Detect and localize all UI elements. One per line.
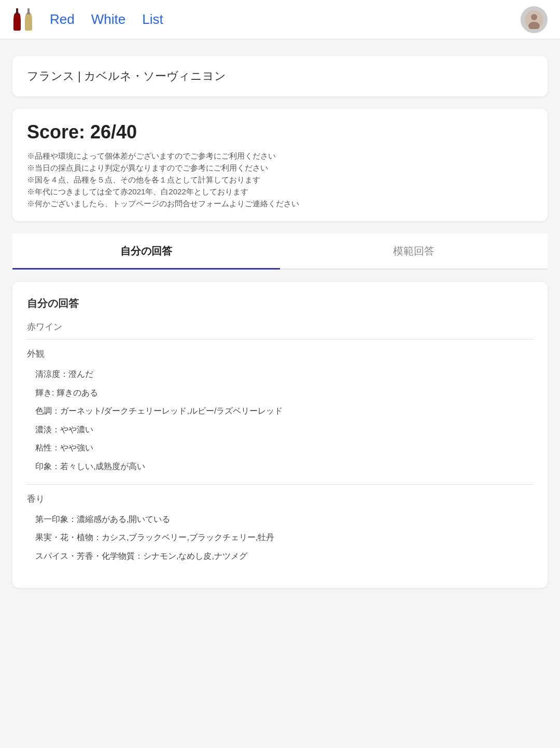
detail-inshou: 印象：若々しい,成熟度が高い (27, 457, 533, 476)
avatar[interactable] (521, 6, 548, 33)
score-note-0: ※品種や環境によって個体差がございますのでご参考にご利用ください (27, 151, 533, 161)
tabs: 自分の回答 模範回答 (12, 234, 548, 270)
nav-red[interactable]: Red (50, 11, 75, 27)
score-note-4: ※何かございましたら、トップページのお問合せフォームよりご連絡ください (27, 199, 533, 209)
answer-section-title: 自分の回答 (27, 297, 533, 311)
score-note-1: ※当日の採点員により判定が異なりますのでご参考にご利用ください (27, 163, 533, 173)
svg-rect-3 (27, 12, 30, 15)
wine-label-text: フランス | カベルネ・ソーヴィニヨン (27, 68, 533, 84)
logo (12, 8, 33, 31)
detail-kaori-fruit: 果実・花・植物：カシス,ブラックベリー,ブラックチェリー,牡丹 (27, 528, 533, 547)
main-content: フランス | カベルネ・ソーヴィニヨン Score: 26/40 ※品種や環境に… (0, 39, 560, 604)
category-gaikan: 外観 清涼度：澄んだ 輝き: 輝きのある 色調：ガーネット/ダークチェリーレッド… (27, 348, 533, 476)
divider-gaikan (27, 339, 533, 340)
tab-my-answer[interactable]: 自分の回答 (12, 234, 280, 269)
wine-type: 赤ワイン (27, 321, 533, 333)
score-note-3: ※年代につきましては全て赤2021年、白2022年としております (27, 187, 533, 197)
detail-shikichou: 色調：ガーネット/ダークチェリーレッド,ルビー/ラズベリーレッド (27, 402, 533, 420)
detail-kaori-first: 第一印象：濃縮感がある,開いている (27, 510, 533, 529)
header: Red White List (0, 0, 560, 39)
score-card: Score: 26/40 ※品種や環境によって個体差がございますのでご参考にご利… (12, 109, 548, 221)
score-note-2: ※国を４点、品種を５点、その他を各１点として計算しております (27, 175, 533, 185)
detail-seiryodo: 清涼度：澄んだ (27, 365, 533, 384)
answer-card: 自分の回答 赤ワイン 外観 清涼度：澄んだ 輝き: 輝きのある 色調：ガーネット… (12, 282, 548, 588)
avatar-image (525, 10, 543, 29)
detail-kagayaki: 輝き: 輝きのある (27, 384, 533, 402)
divider-kaori (27, 484, 533, 485)
main-nav: Red White List (50, 11, 521, 27)
white-wine-icon (24, 8, 33, 31)
detail-nensei: 粘性：やや強い (27, 439, 533, 457)
wine-label-card: フランス | カベルネ・ソーヴィニヨン (12, 56, 548, 96)
tab-model-answer[interactable]: 模範回答 (280, 234, 548, 269)
category-title-kaori: 香り (27, 493, 533, 505)
score-notes: ※品種や環境によって個体差がございますのでご参考にご利用ください ※当日の採点員… (27, 151, 533, 209)
nav-list[interactable]: List (142, 11, 163, 27)
svg-point-5 (531, 14, 537, 20)
category-title-gaikan: 外観 (27, 348, 533, 360)
score-title: Score: 26/40 (27, 121, 533, 143)
nav-white[interactable]: White (91, 11, 125, 27)
detail-noudan: 濃淡：やや濃い (27, 420, 533, 439)
svg-rect-1 (16, 12, 19, 15)
category-kaori: 香り 第一印象：濃縮感がある,開いている 果実・花・植物：カシス,ブラックベリー… (27, 493, 533, 566)
detail-kaori-spice: スパイス・芳香・化学物質：シナモン,なめし皮,ナツメグ (27, 547, 533, 566)
red-wine-icon (12, 8, 22, 31)
